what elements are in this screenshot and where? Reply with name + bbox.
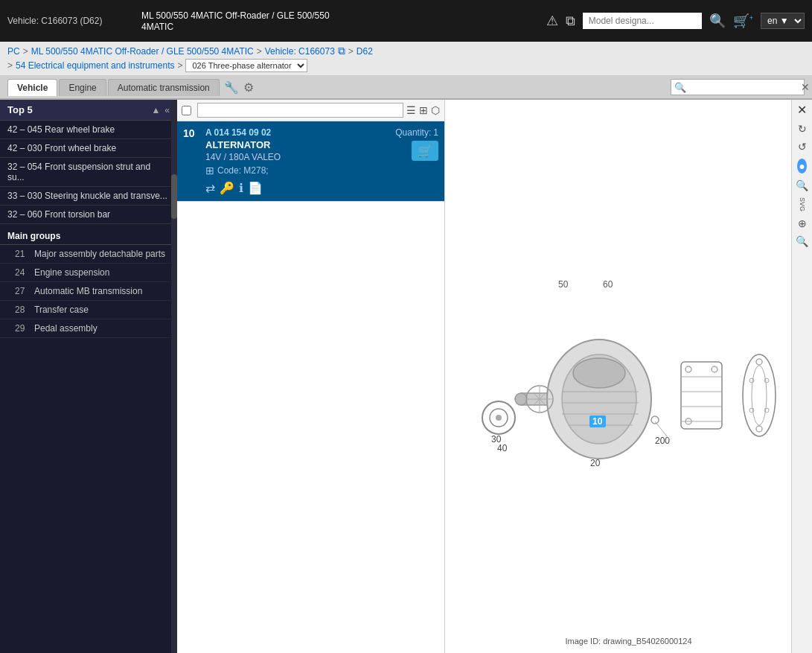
tab-gear-icon[interactable]: ⚙ [243, 80, 254, 95]
warning-icon[interactable]: ⚠ [546, 13, 558, 29]
main-groups-header: Main groups [0, 224, 177, 245]
top5-title: Top 5 [7, 104, 33, 115]
svg-point-9 [573, 358, 625, 388]
tab-bar: Vehicle Engine Automatic transmission 🔧 … [0, 76, 812, 100]
top5-header[interactable]: Top 5 ▲ « [0, 100, 177, 121]
model-search-input[interactable] [583, 13, 702, 29]
sidebar-group-27[interactable]: 27 Automatic MB transmission [0, 282, 177, 301]
sidebar-group-28[interactable]: 28 Transfer case [0, 301, 177, 319]
key-icon[interactable]: 🔑 [220, 181, 234, 195]
breadcrumb-electrical[interactable]: 54 Electrical equipment and instruments [16, 60, 174, 71]
cart-icon[interactable]: 🛒+ [733, 13, 753, 29]
image-panel: ✕ ↻ ↺ ● 🔍 SVG ⊕ 🔍 50 60 30 40 [445, 100, 812, 653]
parts-toolbar: ☰ ⊞ ⬡ [177, 100, 444, 121]
model-label: ML 500/550 4MATIC Off-Roader / GLE 500/5… [141, 10, 531, 32]
part-actions: ⇄ 🔑 ℹ 📄 [205, 181, 379, 195]
svg-point-4 [496, 415, 502, 421]
header-icons: ⚠ ⧉ 🔍 🛒+ en ▼ [546, 13, 805, 29]
copy-icon[interactable]: ⧉ [566, 13, 575, 29]
top5-expand-icon[interactable]: « [164, 105, 170, 115]
alternator-svg: 50 60 30 40 20 [454, 265, 781, 488]
top5-collapse-icon[interactable]: ▲ [151, 105, 160, 115]
breadcrumb-pc[interactable]: PC [7, 46, 20, 57]
vehicle-label: Vehicle: C166073 (D62) [7, 16, 127, 26]
svg-point-33 [752, 366, 767, 425]
part-quantity: Quantity: 1 🛒 [379, 127, 438, 161]
parts-panel: ☰ ⊞ ⬡ 10 A 014 154 09 02 ALTERNATOR 14V … [177, 100, 445, 653]
part-spec: 14V / 180A VALEO [205, 152, 379, 162]
breadcrumb-d62[interactable]: D62 [357, 46, 373, 57]
breadcrumb-bar: PC > ML 500/550 4MATIC Off-Roader / GLE … [0, 42, 812, 76]
sidebar: Top 5 ▲ « 42 – 045 Rear wheel brake 42 –… [0, 100, 177, 653]
doc-icon[interactable]: 📄 [248, 181, 263, 195]
expand-icon[interactable]: ⬡ [431, 104, 440, 116]
tab-search-icon: 🔍 [674, 82, 686, 93]
info-icon[interactable]: ℹ [239, 181, 243, 195]
part-row-num: 10 [183, 127, 205, 139]
tab-engine[interactable]: Engine [59, 79, 106, 96]
sidebar-group-29[interactable]: 29 Pedal assembly [0, 319, 177, 338]
sidebar-scrollbar-thumb [171, 174, 177, 219]
sidebar-inner: Top 5 ▲ « 42 – 045 Rear wheel brake 42 –… [0, 100, 177, 653]
svg-point-35 [756, 426, 762, 432]
sidebar-group-21[interactable]: 21 Major assembly detachable parts [0, 245, 177, 264]
parts-select-all[interactable] [182, 106, 191, 115]
part-number: A 014 154 09 02 [205, 127, 379, 138]
sidebar-item-045[interactable]: 42 – 045 Rear wheel brake [0, 121, 177, 139]
grid-icon: ⊞ [205, 165, 214, 176]
exchange-icon[interactable]: ⇄ [205, 181, 215, 195]
sidebar-item-030s[interactable]: 33 – 030 Steering knuckle and transve... [0, 187, 177, 206]
search-icon[interactable]: 🔍 [709, 13, 726, 29]
vehicle-copy-icon[interactable]: ⧉ [338, 45, 345, 57]
svg-point-29 [685, 366, 691, 372]
image-id-label: Image ID: drawing_B54026000124 [565, 637, 691, 646]
tab-search-bar: 🔍 ✕ [671, 79, 805, 95]
breadcrumb-row-2: > 54 Electrical equipment and instrument… [7, 59, 805, 72]
add-to-cart-button[interactable]: 🛒 [412, 141, 438, 161]
svg-point-39 [764, 408, 769, 412]
main-content: Top 5 ▲ « 42 – 045 Rear wheel brake 42 –… [0, 100, 812, 653]
header-bar: Vehicle: C166073 (D62) ML 500/550 4MATIC… [0, 0, 812, 42]
svg-point-32 [743, 354, 776, 436]
svg-text:50: 50 [558, 279, 569, 290]
tab-clear-icon[interactable]: ✕ [801, 81, 810, 93]
sidebar-item-054[interactable]: 32 – 054 Front suspension strut and su..… [0, 158, 177, 187]
sidebar-item-060[interactable]: 32 – 060 Front torsion bar [0, 206, 177, 224]
sidebar-item-030fw[interactable]: 42 – 030 Front wheel brake [0, 139, 177, 158]
breadcrumb-row-1: PC > ML 500/550 4MATIC Off-Roader / GLE … [7, 45, 805, 57]
tab-search-input[interactable] [686, 82, 798, 92]
tab-auto-trans[interactable]: Automatic transmission [108, 79, 220, 96]
breadcrumb-vehicle[interactable]: Vehicle: C166073 [265, 46, 335, 57]
language-select[interactable]: en ▼ [761, 13, 805, 29]
svg-point-36 [749, 378, 754, 383]
svg-point-30 [712, 366, 717, 372]
svg-point-34 [756, 359, 762, 365]
breadcrumb-dropdown[interactable]: 026 Three-phase alternator [185, 59, 307, 72]
part-row-selected: 10 A 014 154 09 02 ALTERNATOR 14V / 180A… [177, 121, 444, 202]
svg-text:10: 10 [592, 416, 603, 427]
part-code: ⊞ Code: M278; [205, 165, 379, 176]
sidebar-scrollbar[interactable] [171, 100, 177, 653]
svg-text:20: 20 [590, 458, 601, 468]
breadcrumb-model[interactable]: ML 500/550 4MATIC Off-Roader / GLE 500/5… [31, 46, 254, 57]
svg-point-37 [764, 378, 769, 383]
part-name: ALTERNATOR [205, 139, 379, 150]
svg-point-42 [651, 416, 659, 424]
part-info: A 014 154 09 02 ALTERNATOR 14V / 180A VA… [205, 127, 379, 195]
grid-view-icon[interactable]: ⊞ [419, 104, 428, 116]
svg-point-16 [515, 393, 527, 405]
tab-wrench-icon[interactable]: 🔧 [224, 80, 239, 95]
tab-vehicle[interactable]: Vehicle [7, 79, 57, 96]
svg-point-38 [749, 408, 754, 412]
parts-search-input[interactable] [197, 103, 403, 118]
image-view: 50 60 30 40 20 [445, 100, 812, 653]
svg-text:60: 60 [603, 279, 613, 290]
list-view-icon[interactable]: ☰ [406, 104, 416, 116]
svg-text:40: 40 [497, 443, 508, 453]
sidebar-group-24[interactable]: 24 Engine suspension [0, 264, 177, 282]
